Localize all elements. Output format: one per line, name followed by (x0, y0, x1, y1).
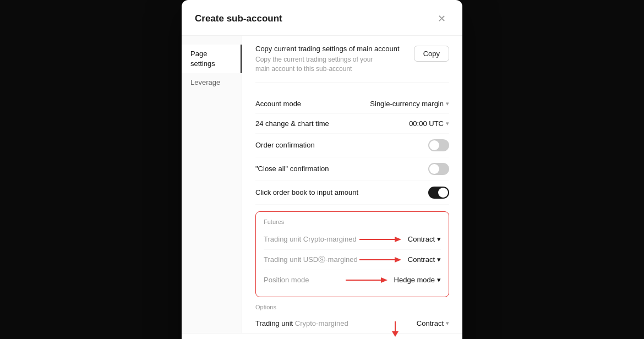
copy-description: Copy the current trading settings of you… (255, 55, 388, 74)
sidebar-item-page-settings[interactable]: Page settings (182, 45, 242, 73)
red-down-arrow (390, 321, 401, 338)
trading-unit-usd-label: Trading unit USDⓈ-margined (264, 255, 358, 265)
click-order-book-label: Click order book to input amount (255, 188, 358, 196)
setting-row-chart-time: 24 change & chart time 00:00 UTC ▾ (255, 114, 449, 134)
toggle-slider (428, 163, 449, 175)
close-all-toggle[interactable] (428, 163, 449, 175)
futures-section: Futures Trading unit Crypto-margined Con… (255, 211, 449, 297)
sidebar-item-label: Page settings (190, 50, 215, 68)
chart-time-label: 24 change & chart time (255, 119, 329, 128)
position-mode-value[interactable]: Hedge mode ▾ (394, 276, 441, 284)
chevron-down-icon: ▾ (446, 100, 449, 107)
toggle-slider (428, 139, 449, 151)
toggle-slider (428, 187, 449, 199)
futures-row-position-mode: Position mode Hedge mode ▾ (264, 270, 441, 290)
copy-text-block: Copy current trading settings of main ac… (255, 45, 405, 74)
chevron-down-icon: ▾ (437, 276, 441, 284)
modal-header: Create sub-account ✕ (182, 0, 462, 36)
modal: Create sub-account ✕ Page settings Lever… (182, 0, 462, 339)
chevron-down-icon: ▾ (446, 320, 449, 327)
futures-row-right: Contract ▾ (359, 254, 441, 265)
svg-marker-3 (395, 257, 401, 263)
futures-label: Futures (264, 218, 441, 225)
sidebar-item-label: Leverage (190, 78, 220, 86)
close-icon: ✕ (438, 13, 446, 25)
svg-marker-1 (395, 237, 401, 242)
futures-row-crypto: Trading unit Crypto-margined Contract ▾ (264, 229, 441, 250)
position-mode-label: Position mode (264, 276, 309, 284)
setting-row-close-all: "Close all" confirmation (255, 157, 449, 181)
futures-row-right: Hedge mode ▾ (346, 275, 441, 286)
order-confirmation-toggle[interactable] (428, 139, 449, 151)
setting-row-order-confirmation: Order confirmation (255, 134, 449, 157)
account-mode-label: Account mode (255, 100, 301, 108)
trading-unit-crypto-label: Trading unit Crypto-margined (264, 235, 357, 243)
main-content: Copy current trading settings of main ac… (242, 36, 462, 333)
options-label: Options (255, 304, 449, 310)
red-arrow-icon (346, 275, 390, 286)
click-order-book-toggle[interactable] (428, 187, 449, 199)
modal-body: Page settings Leverage Copy current trad… (182, 36, 462, 333)
svg-marker-7 (392, 331, 399, 337)
chevron-down-icon: ▾ (437, 255, 441, 264)
svg-marker-5 (381, 277, 388, 283)
account-mode-value[interactable]: Single-currency margin ▾ (370, 100, 449, 108)
red-arrow-icon (359, 254, 403, 265)
trading-unit-crypto-value[interactable]: Contract ▾ (408, 235, 441, 243)
opt-trading-unit-value[interactable]: Contract ▾ (417, 319, 449, 327)
trading-unit-usd-value[interactable]: Contract ▾ (408, 255, 441, 264)
setting-row-account-mode: Account mode Single-currency margin ▾ (255, 94, 449, 114)
opt-trading-unit-label: Trading unit Crypto-margined (255, 319, 348, 327)
copy-section: Copy current trading settings of main ac… (255, 45, 449, 83)
futures-row-right: Contract ▾ (359, 234, 441, 245)
red-arrow-icon (359, 234, 403, 245)
sidebar: Page settings Leverage (182, 36, 242, 333)
close-all-label: "Close all" confirmation (255, 165, 329, 173)
futures-row-usd: Trading unit USDⓈ-margined Contract ▾ (264, 250, 441, 270)
order-confirmation-label: Order confirmation (255, 141, 315, 149)
copy-button[interactable]: Copy (414, 46, 449, 62)
chart-time-value[interactable]: 00:00 UTC ▾ (409, 119, 449, 128)
setting-row-click-order-book: Click order book to input amount (255, 181, 449, 205)
chevron-down-icon: ▾ (446, 120, 449, 127)
modal-footer: Cancel Save (182, 333, 462, 339)
chevron-down-icon: ▾ (437, 235, 441, 243)
sidebar-item-leverage[interactable]: Leverage (182, 73, 242, 92)
copy-title: Copy current trading settings of main ac… (255, 45, 405, 53)
close-button[interactable]: ✕ (434, 11, 449, 26)
modal-title: Create sub-account (195, 13, 282, 24)
options-row-trading-unit: Trading unit Crypto-margined Contract ▾ (255, 314, 449, 333)
red-down-arrow-icon (390, 321, 401, 337)
